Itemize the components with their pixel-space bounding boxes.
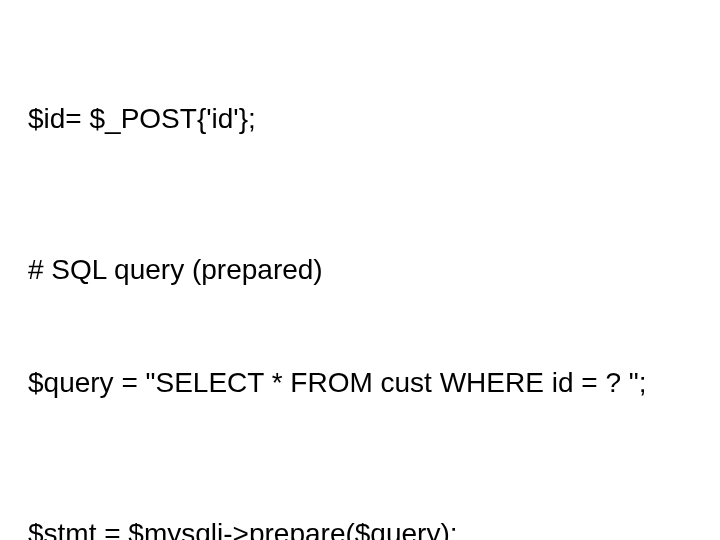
code-line: # SQL query (prepared): [28, 251, 692, 289]
code-snippet: $id= $_POST{'id'}; # SQL query (prepared…: [28, 24, 692, 540]
code-line: $query = "SELECT * FROM cust WHERE id = …: [28, 364, 692, 402]
code-line: $stmt = $mysqli->prepare($query);: [28, 515, 692, 540]
code-line: $id= $_POST{'id'};: [28, 100, 692, 138]
